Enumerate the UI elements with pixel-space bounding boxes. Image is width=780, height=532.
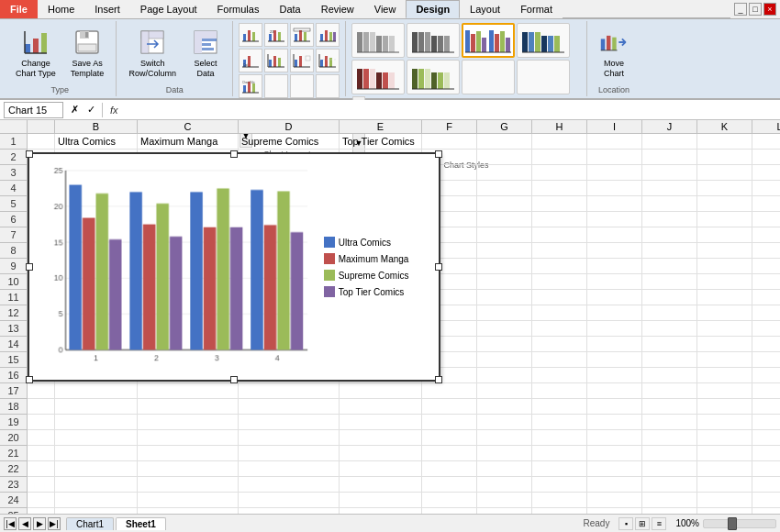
tab-home[interactable]: Home bbox=[38, 0, 84, 18]
cell-r12-c11[interactable] bbox=[752, 305, 780, 320]
cell-r18-c4[interactable] bbox=[340, 399, 422, 414]
cell-r13-c11[interactable] bbox=[752, 321, 780, 336]
cell-r4-c9[interactable] bbox=[642, 181, 697, 195]
layout-btn-12[interactable] bbox=[316, 74, 340, 98]
sheet-tab-sheet1[interactable]: Sheet1 bbox=[116, 517, 166, 530]
cell-r22-c4[interactable] bbox=[340, 461, 422, 476]
cell-r24-c0[interactable] bbox=[28, 493, 55, 507]
tab-review[interactable]: Review bbox=[311, 0, 364, 18]
cell-r17-c11[interactable] bbox=[752, 383, 780, 398]
cell-r19-c7[interactable] bbox=[532, 415, 587, 429]
cell-r10-c6[interactable] bbox=[477, 274, 532, 289]
layout-btn-10[interactable] bbox=[264, 74, 288, 98]
cell-r15-c8[interactable] bbox=[587, 352, 642, 367]
cell-r12-c10[interactable] bbox=[697, 305, 752, 320]
cell-r21-c10[interactable] bbox=[697, 446, 752, 460]
cell-r12-c7[interactable] bbox=[532, 305, 587, 320]
cell-r23-c2[interactable] bbox=[138, 477, 239, 492]
cell-r22-c8[interactable] bbox=[587, 461, 642, 476]
cell-r20-c4[interactable] bbox=[340, 430, 422, 445]
cell-r24-c2[interactable] bbox=[138, 493, 239, 507]
chart-style-5[interactable] bbox=[351, 60, 405, 94]
cell-r17-c9[interactable] bbox=[642, 383, 697, 398]
cell-r3-c8[interactable] bbox=[587, 165, 642, 180]
cell-r8-c7[interactable] bbox=[532, 243, 587, 258]
cell-r19-c8[interactable] bbox=[587, 415, 642, 429]
cell-r23-c9[interactable] bbox=[642, 477, 697, 492]
cell-r20-c7[interactable] bbox=[532, 430, 587, 445]
layout-btn-5[interactable]: Cat bbox=[239, 49, 262, 72]
cell-r21-c11[interactable] bbox=[752, 446, 780, 460]
layout-btn-9[interactable]: Chart Title bbox=[239, 74, 262, 98]
cell-r25-c4[interactable] bbox=[340, 508, 422, 514]
handle-tl[interactable] bbox=[26, 150, 33, 158]
cell-r25-c10[interactable] bbox=[697, 508, 752, 514]
cell-r25-c11[interactable] bbox=[752, 508, 780, 514]
cell-r20-c8[interactable] bbox=[587, 430, 642, 445]
cell-r9-c8[interactable] bbox=[587, 259, 642, 273]
cell-r25-c9[interactable] bbox=[642, 508, 697, 514]
cell-r1-c6[interactable] bbox=[477, 134, 532, 149]
cell-r20-c0[interactable] bbox=[28, 430, 55, 445]
cell-r1-c10[interactable] bbox=[697, 134, 752, 149]
tab-formulas[interactable]: Formulas bbox=[207, 0, 270, 18]
cell-r14-c9[interactable] bbox=[642, 337, 697, 351]
cell-r25-c6[interactable] bbox=[477, 508, 532, 514]
cell-r7-c6[interactable] bbox=[477, 227, 532, 242]
cell-r22-c1[interactable] bbox=[55, 461, 138, 476]
chart-style-7[interactable] bbox=[462, 60, 515, 94]
cell-r21-c2[interactable] bbox=[138, 446, 239, 460]
cell-r24-c1[interactable] bbox=[55, 493, 138, 507]
cell-r8-c11[interactable] bbox=[752, 243, 780, 258]
zoom-thumb[interactable] bbox=[728, 517, 737, 530]
cell-r21-c7[interactable] bbox=[532, 446, 587, 460]
cell-r25-c2[interactable] bbox=[138, 508, 239, 514]
cell-r22-c10[interactable] bbox=[697, 461, 752, 476]
cell-r21-c3[interactable] bbox=[239, 446, 340, 460]
layout-btn-6[interactable] bbox=[264, 49, 288, 72]
cell-r1-c9[interactable] bbox=[642, 134, 697, 149]
cell-r14-c7[interactable] bbox=[532, 337, 587, 351]
cell-r13-c8[interactable] bbox=[587, 321, 642, 336]
tab-format[interactable]: Format bbox=[510, 0, 563, 18]
cell-r15-c9[interactable] bbox=[642, 352, 697, 367]
cell-r8-c9[interactable] bbox=[642, 243, 697, 258]
cell-r19-c11[interactable] bbox=[752, 415, 780, 429]
cell-r9-c6[interactable] bbox=[477, 259, 532, 273]
cell-r10-c11[interactable] bbox=[752, 274, 780, 289]
cell-r23-c5[interactable] bbox=[422, 477, 477, 492]
tab-scroll-first[interactable]: |◀ bbox=[4, 517, 17, 530]
cell-r20-c3[interactable] bbox=[239, 430, 340, 445]
cell-r9-c9[interactable] bbox=[642, 259, 697, 273]
cell-r19-c3[interactable] bbox=[239, 415, 340, 429]
cell-r6-c11[interactable] bbox=[752, 212, 780, 227]
cell-r18-c8[interactable] bbox=[587, 399, 642, 414]
cell-r22-c2[interactable] bbox=[138, 461, 239, 476]
cell-r16-c10[interactable] bbox=[697, 368, 752, 382]
cell-r19-c6[interactable] bbox=[477, 415, 532, 429]
cell-r23-c10[interactable] bbox=[697, 477, 752, 492]
cell-r5-c8[interactable] bbox=[587, 196, 642, 211]
cell-r14-c10[interactable] bbox=[697, 337, 752, 351]
cell-r2-c8[interactable] bbox=[587, 150, 642, 164]
cell-r17-c7[interactable] bbox=[532, 383, 587, 398]
cell-r18-c11[interactable] bbox=[752, 399, 780, 414]
close-button[interactable]: × bbox=[763, 3, 776, 16]
cell-r21-c8[interactable] bbox=[587, 446, 642, 460]
handle-ml[interactable] bbox=[26, 263, 33, 271]
minimize-button[interactable]: _ bbox=[734, 3, 747, 16]
cell-r25-c1[interactable] bbox=[55, 508, 138, 514]
cell-r7-c7[interactable] bbox=[532, 227, 587, 242]
cell-r14-c8[interactable] bbox=[587, 337, 642, 351]
cell-r4-c8[interactable] bbox=[587, 181, 642, 195]
cell-r10-c10[interactable] bbox=[697, 274, 752, 289]
cell-r3-c9[interactable] bbox=[642, 165, 697, 180]
cell-r24-c7[interactable] bbox=[532, 493, 587, 507]
cell-r5-c6[interactable] bbox=[477, 196, 532, 211]
cell-r19-c1[interactable] bbox=[55, 415, 138, 429]
cell-r17-c5[interactable] bbox=[422, 383, 477, 398]
cell-r13-c6[interactable] bbox=[477, 321, 532, 336]
cell-r24-c9[interactable] bbox=[642, 493, 697, 507]
cell-r1-c0[interactable] bbox=[28, 134, 55, 149]
cell-r12-c8[interactable] bbox=[587, 305, 642, 320]
